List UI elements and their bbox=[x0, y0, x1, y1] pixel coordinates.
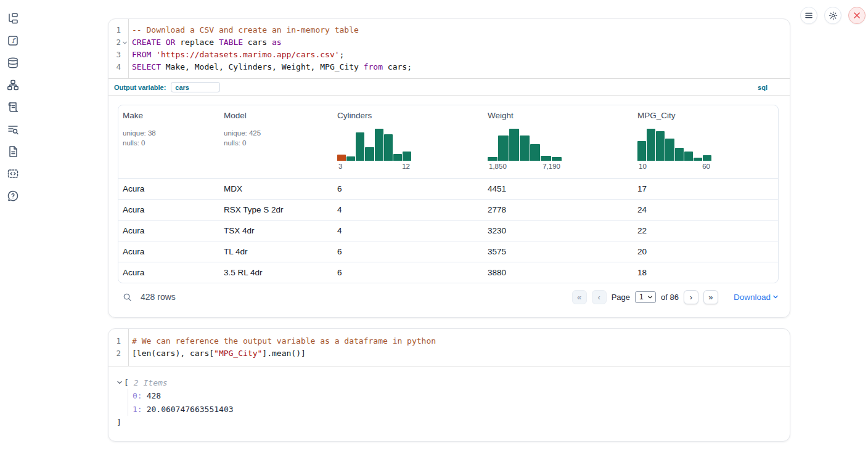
code-line[interactable]: 3FROM 'https://datasets.marimo.app/cars.… bbox=[108, 49, 790, 61]
column-header[interactable]: Makeunique: 38nulls: 0 bbox=[118, 105, 219, 178]
output-variable-bar: Output variable: sql bbox=[108, 79, 790, 96]
column-header[interactable]: MPG_City1060 bbox=[633, 105, 778, 178]
download-label: Download bbox=[734, 293, 771, 302]
table-cell: Acura bbox=[118, 220, 219, 241]
sql-code-editor[interactable]: 1-- Download a CSV and create an in-memo… bbox=[108, 19, 790, 79]
fold-gutter bbox=[121, 61, 128, 73]
first-page-button[interactable]: « bbox=[572, 290, 587, 304]
table-cell: 6 bbox=[333, 179, 483, 199]
table-cell: 4451 bbox=[483, 179, 633, 199]
gutter-divider bbox=[128, 329, 129, 366]
python-code-editor[interactable]: 1# We can reference the output variable … bbox=[108, 329, 790, 366]
nulls-stat: nulls: 0 bbox=[224, 138, 328, 148]
table-cell: 6 bbox=[333, 262, 483, 283]
table-cell: 3880 bbox=[483, 262, 633, 283]
column-histogram: 1060 bbox=[637, 129, 711, 170]
prev-page-button[interactable]: ‹ bbox=[592, 290, 607, 304]
tracing-icon[interactable] bbox=[7, 123, 19, 136]
unique-stat: unique: 38 bbox=[123, 128, 215, 138]
line-number: 1 bbox=[108, 335, 121, 347]
axis-max-label: 60 bbox=[702, 163, 710, 170]
search-icon[interactable] bbox=[123, 293, 132, 302]
table-row[interactable]: AcuraTSX 4dr4323022 bbox=[118, 220, 778, 241]
menu-button[interactable] bbox=[800, 7, 817, 24]
file-explorer-icon[interactable] bbox=[7, 12, 19, 25]
code-line[interactable]: 2[len(cars), cars["MPG_City"].mean()] bbox=[108, 347, 790, 360]
column-label: Model bbox=[224, 111, 328, 120]
code-line[interactable]: 2CREATE OR replace TABLE cars as bbox=[108, 36, 790, 49]
table-cell: 22 bbox=[633, 220, 778, 241]
download-button[interactable]: Download bbox=[734, 293, 779, 302]
table-cell: RSX Type S 2dr bbox=[219, 200, 333, 220]
histogram-bar bbox=[637, 141, 646, 161]
table-cell: 17 bbox=[633, 179, 778, 199]
last-page-button[interactable]: » bbox=[703, 290, 718, 304]
help-icon[interactable] bbox=[7, 190, 19, 202]
settings-button[interactable] bbox=[824, 7, 841, 24]
table-cell: MDX bbox=[219, 179, 333, 199]
histogram-bar bbox=[684, 152, 693, 161]
table-cell: 20 bbox=[633, 241, 778, 262]
dependency-graph-icon[interactable] bbox=[7, 79, 19, 91]
table-body: AcuraMDX6445117AcuraRSX Type S 2dr427782… bbox=[118, 179, 778, 283]
logs-icon[interactable] bbox=[7, 101, 19, 113]
fold-chevron-icon[interactable] bbox=[121, 36, 128, 49]
sql-cell-output: Makeunique: 38nulls: 0Modelunique: 425nu… bbox=[108, 96, 790, 317]
histogram-bar bbox=[393, 154, 402, 161]
row-count: 428 rows bbox=[141, 292, 176, 302]
histogram-bar bbox=[656, 131, 665, 161]
collapse-icon[interactable] bbox=[117, 379, 123, 386]
table-cell: 3575 bbox=[483, 241, 633, 262]
table-cell: 24 bbox=[633, 200, 778, 220]
code-text: -- Download a CSV and create an in-memor… bbox=[128, 24, 359, 36]
code-line[interactable]: 4SELECT Make, Model, Cylinders, Weight, … bbox=[108, 61, 790, 73]
chevron-down-icon bbox=[772, 294, 779, 300]
histogram-bar bbox=[509, 129, 519, 161]
axis-max-label: 12 bbox=[402, 163, 410, 170]
histogram-bars bbox=[637, 129, 711, 161]
next-page-button[interactable]: › bbox=[684, 290, 698, 304]
top-controls bbox=[800, 7, 866, 24]
table-cell: 3230 bbox=[483, 220, 633, 241]
table-cell: 4 bbox=[333, 220, 483, 241]
line-number: 3 bbox=[108, 49, 121, 61]
histogram-axis: 1060 bbox=[637, 163, 711, 170]
table-row[interactable]: AcuraRSX Type S 2dr4277824 bbox=[118, 200, 778, 220]
histogram-bar bbox=[675, 148, 684, 161]
scratchpad-icon[interactable] bbox=[7, 168, 19, 180]
table-row[interactable]: AcuraTL 4dr6357520 bbox=[118, 241, 778, 262]
table-row[interactable]: Acura3.5 RL 4dr6388018 bbox=[118, 262, 778, 283]
column-header[interactable]: Modelunique: 425nulls: 0 bbox=[219, 105, 333, 178]
variables-icon[interactable]: f bbox=[7, 34, 19, 47]
language-badge: sql bbox=[758, 84, 768, 91]
svg-text:f: f bbox=[12, 37, 16, 45]
column-header[interactable]: Cylinders312 bbox=[333, 105, 483, 178]
column-header[interactable]: Weight1,8507,190 bbox=[483, 105, 633, 178]
histogram-bar bbox=[530, 144, 540, 161]
code-text: SELECT Make, Model, Cylinders, Weight, M… bbox=[128, 61, 412, 73]
code-line[interactable]: 1-- Download a CSV and create an in-memo… bbox=[108, 24, 790, 36]
sql-cell: 1-- Download a CSV and create an in-memo… bbox=[108, 18, 790, 318]
table-cell: 6 bbox=[333, 241, 483, 262]
line-number: 1 bbox=[108, 24, 121, 36]
json-entry: 1: 20.060747663551403 bbox=[133, 402, 790, 416]
column-stats: unique: 425nulls: 0 bbox=[224, 128, 328, 148]
line-number: 2 bbox=[108, 36, 121, 49]
histogram-bars bbox=[337, 129, 411, 161]
output-variable-label: Output variable: bbox=[114, 84, 166, 91]
table-cell: Acura bbox=[118, 241, 219, 262]
line-number: 2 bbox=[108, 347, 121, 360]
output-variable-input[interactable] bbox=[171, 82, 220, 92]
snippets-icon[interactable] bbox=[7, 145, 19, 158]
page-select[interactable]: 1 bbox=[635, 291, 656, 303]
code-line[interactable]: 1# We can reference the output variable … bbox=[108, 335, 790, 347]
page-label: Page bbox=[612, 293, 630, 302]
table-cell: Acura bbox=[118, 200, 219, 220]
histogram-bar bbox=[403, 152, 411, 161]
gutter-divider bbox=[128, 19, 129, 78]
table-row[interactable]: AcuraMDX6445117 bbox=[118, 179, 778, 200]
shutdown-button[interactable] bbox=[848, 7, 866, 24]
column-label: Make bbox=[123, 111, 215, 120]
histogram-bars bbox=[488, 129, 562, 161]
datasources-icon[interactable] bbox=[7, 57, 19, 69]
